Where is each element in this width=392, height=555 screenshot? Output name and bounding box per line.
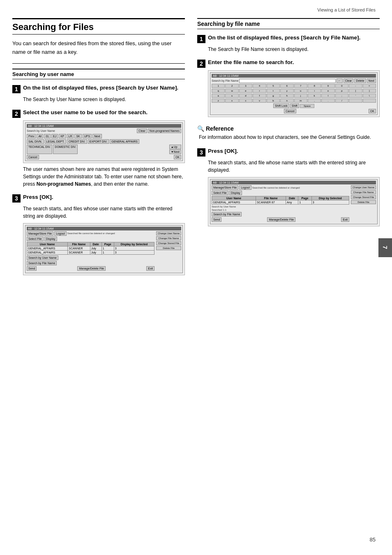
result-display-right[interactable]: Display [229, 191, 242, 195]
key-2[interactable]: 2 [225, 84, 238, 88]
key-5[interactable]: 5 [267, 84, 280, 88]
key-r[interactable]: r [253, 89, 266, 93]
user-btn-5[interactable]: GENERAL AFFAIRS [110, 139, 139, 144]
backspace-btn2[interactable]: Delete [354, 78, 366, 83]
btn-next[interactable]: Next [92, 134, 101, 138]
send-right[interactable]: Send [212, 217, 221, 222]
exit-right[interactable]: Exit [341, 217, 349, 222]
logout-right[interactable]: Logout [239, 185, 251, 190]
shift-btn[interactable]: Shift [290, 104, 299, 108]
search-file-result[interactable]: Search by File Name [27, 261, 57, 265]
btn-qt[interactable]: LR [67, 134, 74, 138]
next-btn-file[interactable]: Next [367, 78, 376, 83]
cancel-btn-file[interactable]: Cancel [284, 109, 296, 113]
key-comma[interactable]: , [308, 99, 321, 103]
key-3[interactable]: 3 [239, 84, 252, 88]
manage-file-right[interactable]: Manage/Store File [212, 185, 238, 190]
key-e[interactable]: e [239, 89, 252, 93]
key-k[interactable]: k [308, 94, 321, 98]
key-6[interactable]: 6 [280, 84, 293, 88]
key-y[interactable]: y [280, 89, 293, 93]
key-d[interactable]: d [239, 94, 252, 98]
key-p[interactable]: p [335, 89, 348, 93]
delete-file-btn-r[interactable]: Delete File [351, 200, 376, 204]
btn-wz[interactable]: UPS [83, 134, 92, 138]
change-user-btn[interactable]: Change User Name [156, 231, 181, 235]
user-btn-1[interactable]: SAL DIVN. [27, 139, 44, 144]
space-btn[interactable]: Space [300, 104, 314, 108]
key-j[interactable]: j [294, 94, 307, 98]
key-i[interactable]: i [308, 89, 321, 93]
key-slash[interactable]: / [335, 99, 348, 103]
user-btn-7[interactable]: DOMESTIC DIV. [53, 145, 78, 154]
btn-prev[interactable]: Prev [27, 134, 36, 138]
key-x[interactable]: x [225, 99, 238, 103]
btn-kp[interactable]: KP [59, 134, 66, 138]
key-h[interactable]: h [280, 94, 293, 98]
exit-left[interactable]: Exit [146, 266, 154, 271]
user-btn-4[interactable]: EXPORT DIV. [88, 139, 109, 144]
change-stored-btn[interactable]: Change Stored File [156, 241, 181, 245]
scroll-up[interactable]: ▲Up [169, 145, 181, 149]
manage-delete-left[interactable]: Manage/Delete File [77, 266, 106, 271]
key-9[interactable]: 9 [321, 84, 334, 88]
key-0[interactable]: 0 [335, 84, 348, 88]
file-name-input[interactable] [239, 79, 335, 83]
key-minus[interactable]: - [349, 84, 362, 88]
clear-btn[interactable]: Clear [137, 129, 147, 133]
logout-left[interactable]: Logout [54, 231, 66, 236]
key-equals[interactable]: = [363, 84, 376, 88]
key-1[interactable]: 1 [212, 84, 225, 88]
btn-ej[interactable]: EJ [51, 134, 58, 138]
search-file-result-r[interactable]: Search by File Name [212, 212, 242, 216]
key-period[interactable]: . [321, 99, 334, 103]
user-btn-2[interactable]: LEGAL DEPT. [45, 139, 66, 144]
btn-sv[interactable]: SK [74, 134, 81, 138]
key-q[interactable]: q [212, 89, 225, 93]
key-o[interactable]: o [321, 89, 334, 93]
select-file-left[interactable]: Select File [27, 237, 44, 241]
change-file-btn[interactable]: Change File Name [156, 236, 181, 240]
key-w[interactable]: w [225, 89, 238, 93]
ok-btn-file[interactable]: OK [369, 109, 376, 113]
key-a[interactable]: a [212, 94, 225, 98]
key-quote[interactable]: ' [349, 94, 362, 98]
key-semi[interactable]: ; [335, 94, 348, 98]
non-programed-btn[interactable]: Non-programed Names [148, 129, 181, 133]
btn-all[interactable]: All [37, 134, 43, 138]
scroll-down[interactable]: ▼Next [169, 150, 181, 154]
select-file-right[interactable]: Select File [212, 191, 228, 195]
key-l[interactable]: l [321, 94, 334, 98]
result-display-left[interactable]: Display [44, 237, 57, 241]
key-backslash[interactable]: \ [363, 94, 376, 98]
key-b[interactable]: b [267, 99, 280, 103]
manage-delete-right[interactable]: Manage/Delete File [267, 217, 295, 222]
change-user-btn-r[interactable]: Change User Name [351, 185, 376, 189]
key-n[interactable]: n [280, 99, 293, 103]
delete-file-btn[interactable]: Delete File [156, 246, 181, 250]
change-stored-btn-r[interactable]: Change Stored File [351, 195, 376, 199]
key-t[interactable]: t [267, 89, 280, 93]
manage-file-left[interactable]: Manage/Store File [27, 231, 53, 236]
shift-lock-btn[interactable]: Shift Lock [273, 104, 289, 108]
key-g[interactable]: g [267, 94, 280, 98]
clear-btn-file[interactable]: Clear [344, 78, 354, 83]
key-f[interactable]: f [253, 94, 266, 98]
user-btn-6[interactable]: TECHNICAL DIV. [27, 145, 52, 154]
key-8[interactable]: 8 [308, 84, 321, 88]
key-s[interactable]: s [225, 94, 238, 98]
backspace-btn[interactable]: ← [337, 78, 343, 83]
btn-01[interactable]: 01 [44, 134, 51, 138]
key-7[interactable]: 7 [294, 84, 307, 88]
key-bracket-r[interactable]: ] [363, 89, 376, 93]
key-v[interactable]: v [253, 99, 266, 103]
key-z[interactable]: z [212, 99, 225, 103]
ok-btn-user[interactable]: OK [174, 155, 181, 159]
key-bracket-l[interactable]: [ [349, 89, 362, 93]
cancel-btn-user[interactable]: Cancel [27, 155, 39, 159]
change-file-btn-r[interactable]: Change File Name [351, 190, 376, 194]
search-user-result[interactable]: Search by User Name [27, 256, 58, 260]
user-btn-3[interactable]: CREDIT DIV. [67, 139, 87, 144]
key-c[interactable]: c [239, 99, 252, 103]
send-left[interactable]: Send [27, 266, 37, 271]
